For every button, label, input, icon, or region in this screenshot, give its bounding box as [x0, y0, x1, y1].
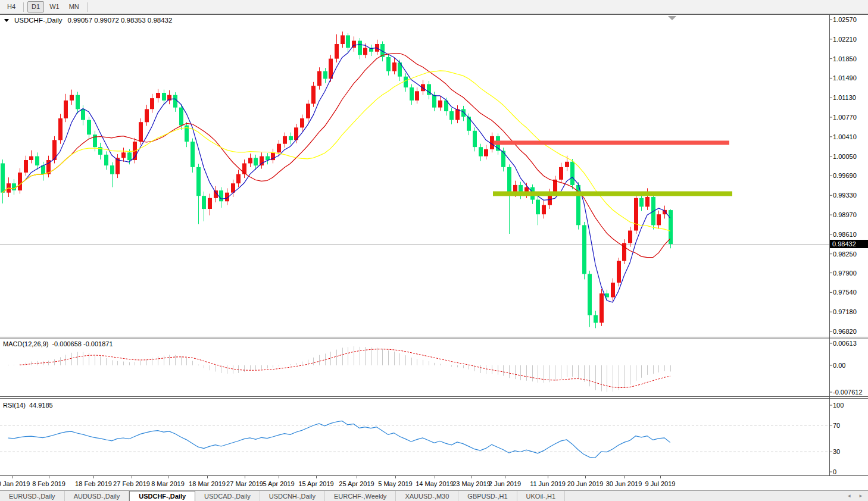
chart-title: USDCHF-,Daily 0.99057 0.99072 0.98353 0.… [4, 17, 172, 24]
chart-symbol-label: USDCHF-,Daily [14, 17, 63, 24]
date-axis-label: 5 Apr 2019 [263, 480, 294, 487]
date-axis-label: 8 Feb 2019 [32, 480, 65, 487]
date-axis-label: 8 Mar 2019 [151, 480, 185, 487]
date-axis-label: 27 Feb 2019 [113, 480, 150, 487]
macd-axis-label: 0.00 [833, 362, 845, 369]
chart-dropdown-icon[interactable] [4, 19, 9, 22]
date-axis-label: 25 Apr 2019 [339, 480, 374, 487]
date-axis-label: 27 Mar 2019 [226, 480, 263, 487]
current-price-badge: 0.98432 [830, 240, 868, 248]
date-axis-label: 30 Jun 2019 [606, 480, 642, 487]
chart-tab-gbpusd[interactable]: GBPUSD-,H1 [458, 491, 517, 501]
price-axis-label: 1.00770 [833, 114, 857, 121]
date-axis-label: 15 Apr 2019 [298, 480, 333, 487]
date-axis-label: 18 Feb 2019 [75, 480, 112, 487]
macd-label: MACD(12,26,9) -0.000658 -0.001871 [3, 340, 113, 347]
price-axis-label: 1.01490 [833, 74, 857, 82]
chart-tab-audusd[interactable]: AUDUSD-,Daily [65, 491, 130, 501]
chart-tab-eurchf[interactable]: EURCHF-,Weekly [325, 491, 396, 501]
date-axis-label: 20 Jun 2019 [567, 480, 604, 487]
date-axis-label: 5 May 2019 [378, 480, 412, 487]
price-axis-label: 1.01850 [833, 55, 857, 62]
macd-values: -0.000658 -0.001871 [52, 340, 113, 347]
tab-scroll-left-icon[interactable]: ◄ [847, 493, 851, 499]
date-axis-label: 14 May 2019 [416, 480, 454, 487]
rsi-axis-label: 70 [833, 422, 840, 429]
chart-tab-usdchf[interactable]: USDCHF-,Daily [129, 491, 195, 501]
tab-scroll-right-icon[interactable]: ► [858, 493, 863, 499]
tab-scroll-arrows: ◄ ► [847, 491, 868, 501]
mt4-window: H4 D1 W1 MN USDCHF-,Daily 0.99057 0.9907… [0, 0, 868, 501]
rsi-axis-label: 30 [833, 448, 840, 455]
rsi-value: 44.9185 [29, 402, 53, 409]
price-axis-label: 1.02570 [833, 16, 857, 23]
price-axis-label: 1.02210 [833, 36, 857, 43]
price-axis-label: 0.99690 [833, 172, 857, 179]
price-axis-label: 0.96820 [833, 328, 857, 335]
price-axis-label: 0.97540 [833, 289, 857, 296]
chart-tab-usdcnh[interactable]: USDCNH-,Daily [260, 491, 325, 501]
rsi-label: RSI(14) 44.9185 [3, 402, 53, 409]
date-axis-label: 23 May 2019 [452, 480, 491, 487]
chart-tab-usdcad[interactable]: USDCAD-,Daily [195, 491, 260, 501]
price-axis-label: 0.99330 [833, 192, 857, 199]
price-axis-label: 0.98250 [833, 250, 857, 258]
date-axis-label: 18 Mar 2019 [189, 480, 226, 487]
chart-tabs: EURUSD-,DailyAUDUSD-,DailyUSDCHF-,DailyU… [0, 491, 565, 501]
price-axis-label: 1.00050 [833, 153, 857, 160]
chart-tab-xauusd[interactable]: XAUUSD-,M30 [396, 491, 458, 501]
rsi-axis-label: 0 [833, 468, 836, 475]
macd-name: MACD(12,26,9) [3, 340, 48, 347]
macd-axis-label: -0.007612 [833, 389, 863, 396]
date-axis-label: 11 Jun 2019 [530, 480, 566, 487]
price-axis-label: 1.01130 [833, 94, 856, 101]
date-axis-label: 30 Jan 2019 [0, 480, 30, 487]
price-axis-label: 0.97900 [833, 270, 857, 277]
price-axis-label: 0.97180 [833, 308, 857, 315]
chart-tab-ukoil[interactable]: UKOil-,H1 [517, 491, 566, 501]
date-axis-label: 9 Jul 2019 [645, 480, 676, 487]
rsi-axis-label: 100 [833, 402, 844, 409]
price-axis-label: 1.00410 [833, 133, 857, 140]
price-axis-label: 0.98970 [833, 211, 857, 218]
chart-overlay: USDCHF-,Daily 0.99057 0.99072 0.98353 0.… [0, 0, 868, 501]
rsi-name: RSI(14) [3, 402, 26, 409]
chart-ohlc-values: 0.99057 0.99072 0.98353 0.98432 [68, 17, 173, 24]
chart-tab-bar: EURUSD-,DailyAUDUSD-,DailyUSDCHF-,DailyU… [0, 490, 868, 501]
chart-tab-eurusd[interactable]: EURUSD-,Daily [0, 491, 65, 501]
scroll-to-end-icon [668, 16, 676, 20]
date-axis-label: 2 Jun 2019 [489, 480, 521, 487]
macd-axis-label: 0.00613 [833, 340, 857, 347]
price-axis-label: 0.98610 [833, 231, 857, 238]
